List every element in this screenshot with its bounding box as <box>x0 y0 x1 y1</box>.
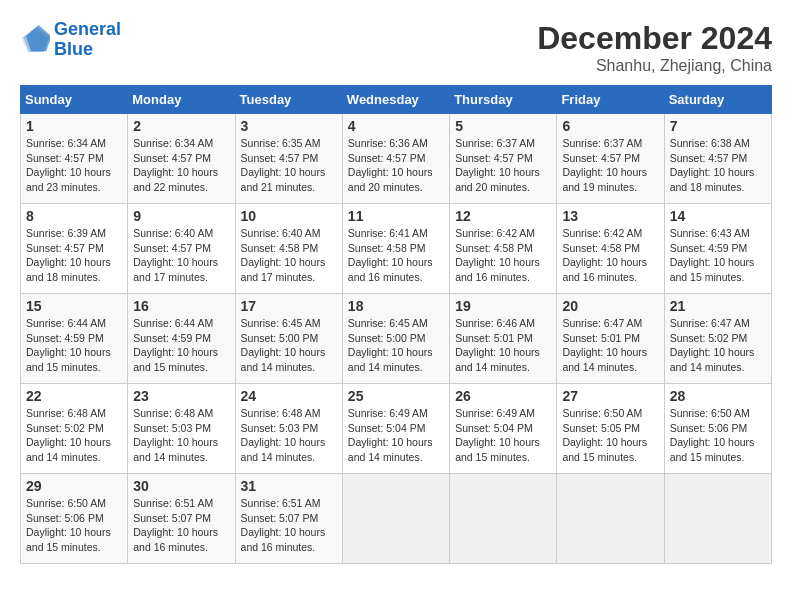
day-info: Sunrise: 6:37 AM Sunset: 4:57 PM Dayligh… <box>562 136 658 195</box>
logo-text: General Blue <box>54 20 121 60</box>
day-number: 16 <box>133 298 229 314</box>
col-wednesday: Wednesday <box>342 86 449 114</box>
col-saturday: Saturday <box>664 86 771 114</box>
day-cell: 5Sunrise: 6:37 AM Sunset: 4:57 PM Daylig… <box>450 114 557 204</box>
day-number: 18 <box>348 298 444 314</box>
day-info: Sunrise: 6:34 AM Sunset: 4:57 PM Dayligh… <box>26 136 122 195</box>
col-friday: Friday <box>557 86 664 114</box>
title-block: December 2024 Shanhu, Zhejiang, China <box>537 20 772 75</box>
day-cell: 15Sunrise: 6:44 AM Sunset: 4:59 PM Dayli… <box>21 294 128 384</box>
day-info: Sunrise: 6:50 AM Sunset: 5:06 PM Dayligh… <box>670 406 766 465</box>
day-info: Sunrise: 6:47 AM Sunset: 5:01 PM Dayligh… <box>562 316 658 375</box>
day-number: 6 <box>562 118 658 134</box>
day-info: Sunrise: 6:40 AM Sunset: 4:58 PM Dayligh… <box>241 226 337 285</box>
day-cell: 26Sunrise: 6:49 AM Sunset: 5:04 PM Dayli… <box>450 384 557 474</box>
day-number: 20 <box>562 298 658 314</box>
col-tuesday: Tuesday <box>235 86 342 114</box>
day-cell: 21Sunrise: 6:47 AM Sunset: 5:02 PM Dayli… <box>664 294 771 384</box>
day-cell: 31Sunrise: 6:51 AM Sunset: 5:07 PM Dayli… <box>235 474 342 564</box>
day-cell: 23Sunrise: 6:48 AM Sunset: 5:03 PM Dayli… <box>128 384 235 474</box>
day-number: 2 <box>133 118 229 134</box>
day-info: Sunrise: 6:50 AM Sunset: 5:05 PM Dayligh… <box>562 406 658 465</box>
day-cell: 7Sunrise: 6:38 AM Sunset: 4:57 PM Daylig… <box>664 114 771 204</box>
day-cell: 1Sunrise: 6:34 AM Sunset: 4:57 PM Daylig… <box>21 114 128 204</box>
col-sunday: Sunday <box>21 86 128 114</box>
week-row-2: 8Sunrise: 6:39 AM Sunset: 4:57 PM Daylig… <box>21 204 772 294</box>
day-cell: 9Sunrise: 6:40 AM Sunset: 4:57 PM Daylig… <box>128 204 235 294</box>
day-cell: 4Sunrise: 6:36 AM Sunset: 4:57 PM Daylig… <box>342 114 449 204</box>
day-info: Sunrise: 6:35 AM Sunset: 4:57 PM Dayligh… <box>241 136 337 195</box>
day-number: 25 <box>348 388 444 404</box>
day-number: 28 <box>670 388 766 404</box>
day-info: Sunrise: 6:51 AM Sunset: 5:07 PM Dayligh… <box>133 496 229 555</box>
day-cell: 14Sunrise: 6:43 AM Sunset: 4:59 PM Dayli… <box>664 204 771 294</box>
page-header: General Blue December 2024 Shanhu, Zheji… <box>20 20 772 75</box>
day-number: 31 <box>241 478 337 494</box>
day-cell: 25Sunrise: 6:49 AM Sunset: 5:04 PM Dayli… <box>342 384 449 474</box>
day-cell <box>450 474 557 564</box>
day-cell: 30Sunrise: 6:51 AM Sunset: 5:07 PM Dayli… <box>128 474 235 564</box>
day-number: 17 <box>241 298 337 314</box>
day-info: Sunrise: 6:36 AM Sunset: 4:57 PM Dayligh… <box>348 136 444 195</box>
location: Shanhu, Zhejiang, China <box>537 57 772 75</box>
day-number: 22 <box>26 388 122 404</box>
day-cell: 19Sunrise: 6:46 AM Sunset: 5:01 PM Dayli… <box>450 294 557 384</box>
day-info: Sunrise: 6:42 AM Sunset: 4:58 PM Dayligh… <box>562 226 658 285</box>
day-info: Sunrise: 6:50 AM Sunset: 5:06 PM Dayligh… <box>26 496 122 555</box>
day-cell: 13Sunrise: 6:42 AM Sunset: 4:58 PM Dayli… <box>557 204 664 294</box>
day-number: 13 <box>562 208 658 224</box>
day-cell: 27Sunrise: 6:50 AM Sunset: 5:05 PM Dayli… <box>557 384 664 474</box>
day-info: Sunrise: 6:43 AM Sunset: 4:59 PM Dayligh… <box>670 226 766 285</box>
week-row-3: 15Sunrise: 6:44 AM Sunset: 4:59 PM Dayli… <box>21 294 772 384</box>
day-info: Sunrise: 6:34 AM Sunset: 4:57 PM Dayligh… <box>133 136 229 195</box>
day-info: Sunrise: 6:51 AM Sunset: 5:07 PM Dayligh… <box>241 496 337 555</box>
week-row-1: 1Sunrise: 6:34 AM Sunset: 4:57 PM Daylig… <box>21 114 772 204</box>
day-info: Sunrise: 6:47 AM Sunset: 5:02 PM Dayligh… <box>670 316 766 375</box>
day-number: 15 <box>26 298 122 314</box>
day-cell <box>342 474 449 564</box>
col-thursday: Thursday <box>450 86 557 114</box>
logo: General Blue <box>20 20 121 60</box>
day-cell: 16Sunrise: 6:44 AM Sunset: 4:59 PM Dayli… <box>128 294 235 384</box>
day-cell: 10Sunrise: 6:40 AM Sunset: 4:58 PM Dayli… <box>235 204 342 294</box>
day-number: 23 <box>133 388 229 404</box>
day-number: 14 <box>670 208 766 224</box>
day-number: 3 <box>241 118 337 134</box>
day-info: Sunrise: 6:41 AM Sunset: 4:58 PM Dayligh… <box>348 226 444 285</box>
day-number: 7 <box>670 118 766 134</box>
logo-icon <box>20 25 50 55</box>
day-info: Sunrise: 6:49 AM Sunset: 5:04 PM Dayligh… <box>348 406 444 465</box>
day-number: 26 <box>455 388 551 404</box>
day-cell: 20Sunrise: 6:47 AM Sunset: 5:01 PM Dayli… <box>557 294 664 384</box>
day-cell: 22Sunrise: 6:48 AM Sunset: 5:02 PM Dayli… <box>21 384 128 474</box>
day-info: Sunrise: 6:37 AM Sunset: 4:57 PM Dayligh… <box>455 136 551 195</box>
day-info: Sunrise: 6:49 AM Sunset: 5:04 PM Dayligh… <box>455 406 551 465</box>
day-cell: 3Sunrise: 6:35 AM Sunset: 4:57 PM Daylig… <box>235 114 342 204</box>
day-info: Sunrise: 6:42 AM Sunset: 4:58 PM Dayligh… <box>455 226 551 285</box>
day-cell <box>557 474 664 564</box>
day-info: Sunrise: 6:45 AM Sunset: 5:00 PM Dayligh… <box>241 316 337 375</box>
day-cell: 2Sunrise: 6:34 AM Sunset: 4:57 PM Daylig… <box>128 114 235 204</box>
col-monday: Monday <box>128 86 235 114</box>
day-number: 10 <box>241 208 337 224</box>
day-cell: 24Sunrise: 6:48 AM Sunset: 5:03 PM Dayli… <box>235 384 342 474</box>
day-cell: 17Sunrise: 6:45 AM Sunset: 5:00 PM Dayli… <box>235 294 342 384</box>
day-info: Sunrise: 6:44 AM Sunset: 4:59 PM Dayligh… <box>26 316 122 375</box>
day-number: 4 <box>348 118 444 134</box>
day-cell: 12Sunrise: 6:42 AM Sunset: 4:58 PM Dayli… <box>450 204 557 294</box>
day-cell: 28Sunrise: 6:50 AM Sunset: 5:06 PM Dayli… <box>664 384 771 474</box>
day-info: Sunrise: 6:45 AM Sunset: 5:00 PM Dayligh… <box>348 316 444 375</box>
day-info: Sunrise: 6:39 AM Sunset: 4:57 PM Dayligh… <box>26 226 122 285</box>
calendar-table: Sunday Monday Tuesday Wednesday Thursday… <box>20 85 772 564</box>
day-cell: 29Sunrise: 6:50 AM Sunset: 5:06 PM Dayli… <box>21 474 128 564</box>
day-number: 11 <box>348 208 444 224</box>
day-number: 12 <box>455 208 551 224</box>
day-info: Sunrise: 6:48 AM Sunset: 5:03 PM Dayligh… <box>133 406 229 465</box>
day-number: 21 <box>670 298 766 314</box>
day-info: Sunrise: 6:48 AM Sunset: 5:03 PM Dayligh… <box>241 406 337 465</box>
day-number: 5 <box>455 118 551 134</box>
day-number: 1 <box>26 118 122 134</box>
day-cell <box>664 474 771 564</box>
month-year: December 2024 <box>537 20 772 57</box>
day-info: Sunrise: 6:44 AM Sunset: 4:59 PM Dayligh… <box>133 316 229 375</box>
